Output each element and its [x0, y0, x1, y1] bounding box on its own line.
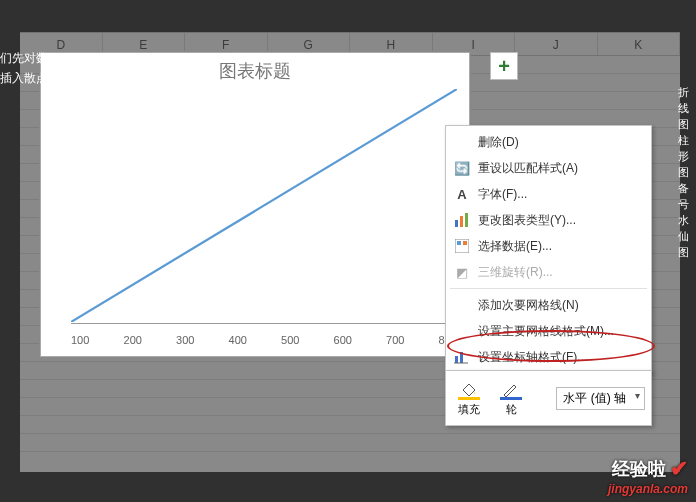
svg-rect-2: [460, 216, 463, 227]
context-menu: 删除(D) 🔄 重设以匹配样式(A) A 字体(F)... 更改图表类型(Y).…: [445, 125, 652, 374]
tick-label: 500: [281, 334, 299, 346]
axis-selector-value: 水平 (值) 轴: [563, 391, 626, 405]
blank-icon: [452, 295, 472, 315]
tick-label: 200: [124, 334, 142, 346]
menu-label: 选择数据(E)...: [478, 238, 552, 255]
rotate-3d-icon: ◩: [452, 262, 472, 282]
watermark-brand: 经验啦: [612, 457, 666, 481]
svg-rect-3: [465, 213, 468, 227]
svg-rect-6: [463, 241, 467, 245]
svg-rect-1: [455, 220, 458, 227]
axis-format-icon: [452, 347, 472, 367]
chart-series-line: [71, 89, 457, 322]
menu-label: 设置主要网格线格式(M)...: [478, 323, 614, 340]
svg-rect-5: [457, 241, 461, 245]
watermark-url: jingyanla.com: [608, 482, 688, 496]
tick-label: 100: [71, 334, 89, 346]
axis-selector-dropdown[interactable]: 水平 (值) 轴: [556, 387, 645, 410]
fill-label: 填充: [458, 402, 480, 417]
fill-color-button[interactable]: 填充: [452, 378, 486, 419]
plus-icon: +: [498, 55, 510, 78]
watermark: 经验啦 ✔ jingyanla.com: [608, 456, 688, 496]
menu-label: 重设以匹配样式(A): [478, 160, 578, 177]
menu-change-chart-type[interactable]: 更改图表类型(Y)...: [446, 207, 651, 233]
fill-bucket-icon: [456, 380, 482, 400]
chart-elements-button[interactable]: +: [490, 52, 518, 80]
blank-icon: [452, 321, 472, 341]
col-header[interactable]: K: [598, 33, 681, 55]
menu-label: 三维旋转(R)...: [478, 264, 553, 281]
menu-label: 添加次要网格线(N): [478, 297, 579, 314]
reset-icon: 🔄: [452, 158, 472, 178]
svg-rect-7: [455, 356, 458, 363]
tick-label: 300: [176, 334, 194, 346]
x-axis-ticks[interactable]: 100 200 300 400 500 600 700 800: [71, 334, 457, 346]
menu-delete[interactable]: 删除(D): [446, 129, 651, 155]
chart-plot-area[interactable]: [71, 89, 457, 322]
menu-axis-format[interactable]: 设置坐标轴格式(F)...: [446, 344, 651, 370]
chart-type-icon: [452, 210, 472, 230]
svg-line-0: [71, 89, 457, 322]
font-icon: A: [452, 184, 472, 204]
tick-label: 400: [229, 334, 247, 346]
embedded-chart[interactable]: 图表标题 100 200 300 400 500 600 700 800: [40, 52, 470, 357]
tick-label: 600: [334, 334, 352, 346]
menu-major-gridline-format[interactable]: 设置主要网格线格式(M)...: [446, 318, 651, 344]
menu-3d-rotate: ◩ 三维旋转(R)...: [446, 259, 651, 285]
menu-label: 设置坐标轴格式(F)...: [478, 349, 587, 366]
menu-label: 更改图表类型(Y)...: [478, 212, 576, 229]
chart-title[interactable]: 图表标题: [41, 53, 469, 85]
mini-toolbar: 填充 轮 水平 (值) 轴: [445, 370, 652, 426]
instruction-text: 们先对数 插入散点: [0, 48, 48, 88]
x-axis-line[interactable]: [71, 323, 457, 324]
svg-rect-8: [460, 352, 463, 363]
menu-reset-style[interactable]: 🔄 重设以匹配样式(A): [446, 155, 651, 181]
select-data-icon: [452, 236, 472, 256]
outline-label: 轮: [506, 402, 517, 417]
menu-select-data[interactable]: 选择数据(E)...: [446, 233, 651, 259]
outline-color-button[interactable]: 轮: [494, 378, 528, 419]
check-icon: ✔: [670, 456, 688, 482]
menu-label: 字体(F)...: [478, 186, 527, 203]
menu-label: 删除(D): [478, 134, 519, 151]
blank-icon: [452, 132, 472, 152]
menu-add-minor-gridlines[interactable]: 添加次要网格线(N): [446, 292, 651, 318]
pen-icon: [498, 380, 524, 400]
right-panel-hints: 折线图 柱形图 备号 水仙图: [678, 84, 696, 260]
menu-separator: [450, 288, 647, 289]
menu-font[interactable]: A 字体(F)...: [446, 181, 651, 207]
col-header[interactable]: J: [515, 33, 598, 55]
tick-label: 700: [386, 334, 404, 346]
